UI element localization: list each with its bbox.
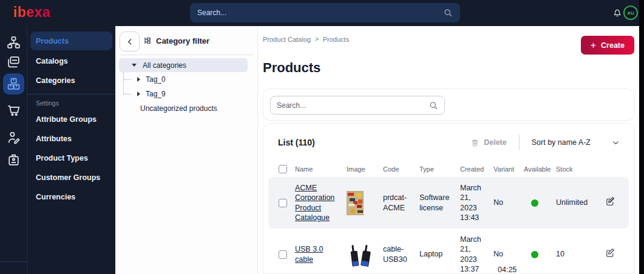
column-header-name: Name [295, 165, 347, 173]
page-title: Products [263, 60, 320, 76]
chevron-down-icon [611, 138, 620, 147]
product-list-card: List (110) Delete Sort by name A-Z [263, 123, 634, 274]
tree-connector-stub [124, 79, 131, 80]
column-header-created: Created [460, 165, 493, 173]
table-header-row: Name Image Code Type Created Variant Ava… [263, 161, 634, 177]
badge-icon[interactable] [6, 152, 21, 167]
breadcrumb-products[interactable]: Products [323, 36, 349, 43]
icon-rail [0, 26, 27, 274]
expander-down-icon[interactable] [132, 64, 137, 67]
product-code: cable-USB30 [383, 244, 419, 264]
product-thumbnail [347, 241, 375, 269]
product-type: Laptop [419, 249, 460, 259]
product-type: Software license [419, 193, 460, 213]
rail-divider [0, 261, 27, 262]
trash-icon [470, 138, 480, 147]
list-count-title: List (110) [278, 138, 315, 147]
topbar: ibexa AU [0, 0, 644, 26]
product-code: prdcat-ACME [383, 193, 419, 213]
edit-icon[interactable] [605, 196, 615, 207]
product-variant: No [493, 198, 524, 207]
search-icon [443, 8, 453, 18]
main-content: Product Catalog > Products + Create Prod… [258, 26, 639, 274]
table-row: USB 3.0 cable cable-USB30 Laptop March 2… [268, 229, 629, 274]
collapse-panel-button[interactable] [120, 32, 140, 52]
product-created: March 21, 2023 13:43 [460, 183, 493, 222]
create-button[interactable]: + Create [581, 36, 634, 55]
tree-item-tag-9[interactable]: Tag_9 [137, 90, 166, 98]
list-search-field[interactable] [270, 96, 445, 115]
tree-item-uncategorized-products[interactable]: Uncategorized products [140, 104, 217, 113]
column-header-image: Image [347, 165, 383, 173]
sidebar-menu: Products Catalogs Categories Settings At… [27, 26, 115, 274]
content-pages-icon[interactable] [6, 55, 21, 70]
sidebar-item-catalogs[interactable]: Catalogs [36, 57, 68, 65]
breadcrumb-separator: > [315, 36, 319, 43]
select-all-checkbox[interactable] [279, 165, 287, 173]
plus-icon: + [591, 41, 596, 50]
chevron-left-icon [125, 37, 135, 47]
expander-right-icon[interactable] [137, 77, 140, 82]
product-stock: 10 [556, 249, 605, 259]
expander-right-icon[interactable] [137, 92, 140, 96]
notifications-bell-icon[interactable] [612, 7, 623, 18]
sidebar-item-attribute-groups[interactable]: Attribute Groups [36, 115, 97, 124]
delete-button[interactable]: Delete [470, 138, 507, 147]
global-search-input[interactable] [197, 8, 443, 17]
global-search[interactable] [190, 3, 460, 22]
row-checkbox[interactable] [279, 250, 287, 259]
list-search-card [263, 89, 634, 121]
search-icon [429, 101, 438, 110]
list-header: List (110) Delete Sort by name A-Z [263, 124, 634, 161]
category-filter-title: Category filter [143, 36, 209, 45]
cart-icon[interactable] [6, 102, 21, 118]
sidebar-item-categories[interactable]: Categories [36, 76, 75, 85]
product-name-link[interactable]: USB 3.0 cable [295, 245, 324, 263]
product-stock: Unlimited [556, 198, 605, 207]
tree-connector-line [123, 72, 124, 94]
breadcrumb-product-catalog[interactable]: Product Catalog [263, 36, 311, 43]
column-header-type: Type [419, 165, 460, 173]
product-thumbnail [347, 191, 364, 215]
products-boxes-icon[interactable] [6, 76, 21, 92]
tree-connector-stub [124, 94, 131, 95]
breadcrumb: Product Catalog > Products [263, 36, 349, 43]
list-search-input[interactable] [277, 101, 429, 110]
sidebar-item-currencies[interactable]: Currencies [36, 193, 75, 201]
column-header-available: Available [524, 165, 556, 173]
table-row: ACME Corporation Product Catalogue prdca… [268, 177, 629, 229]
tree-item-all-categories[interactable]: All categories [119, 58, 248, 72]
category-filter-panel: Category filter All categories Tag_0 Tag… [115, 26, 258, 274]
filter-divider [120, 55, 254, 55]
product-created: March 21, 2023 13:37 [460, 235, 493, 274]
column-header-variant: Variant [493, 165, 524, 173]
right-edge-strip [639, 0, 644, 274]
row-checkbox[interactable] [279, 199, 287, 207]
category-tree-icon [143, 36, 152, 45]
available-status-dot [531, 251, 538, 258]
edit-icon[interactable] [605, 248, 615, 258]
product-variant: No [493, 249, 524, 259]
sitemap-icon[interactable] [6, 35, 21, 50]
sidebar-divider [27, 94, 115, 95]
product-name-link[interactable]: ACME Corporation Product Catalogue [295, 184, 334, 222]
user-avatar[interactable]: AU [623, 5, 638, 20]
tree-item-tag-0[interactable]: Tag_0 [137, 75, 166, 84]
sidebar-item-customer-groups[interactable]: Customer Groups [36, 173, 100, 182]
customers-icon[interactable] [6, 130, 21, 145]
sidebar-item-products[interactable]: Products [36, 37, 69, 45]
column-header-code: Code [383, 165, 419, 173]
sort-dropdown[interactable]: Sort by name A-Z [532, 138, 620, 147]
available-status-dot [531, 199, 538, 207]
sidebar-item-attributes[interactable]: Attributes [36, 135, 72, 143]
sidebar-item-product-types[interactable]: Product Types [36, 154, 88, 162]
clipped-next-row-text: 04:25 [498, 266, 517, 274]
ibexa-logo: ibexa [13, 4, 50, 21]
sidebar-settings-label: Settings [36, 99, 59, 107]
column-header-stock: Stock [556, 165, 605, 173]
header-divider [519, 135, 520, 150]
